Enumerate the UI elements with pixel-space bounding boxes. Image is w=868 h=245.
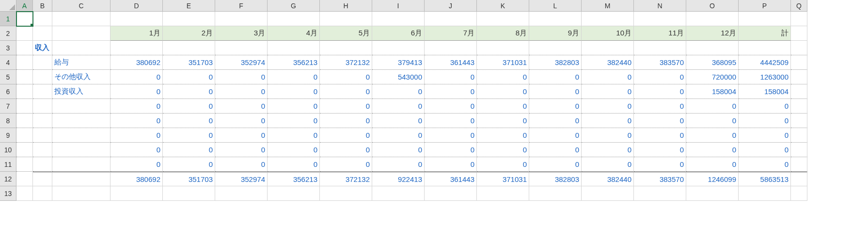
cell-P8[interactable]: 0	[739, 114, 791, 128]
cell-N4[interactable]: 383570	[634, 55, 686, 70]
cell-D4[interactable]: 380692	[110, 55, 163, 70]
cell-M6[interactable]: 0	[582, 84, 634, 99]
cell-F13[interactable]	[215, 186, 268, 201]
cell-J13[interactable]	[425, 186, 477, 201]
cell-I13[interactable]	[372, 186, 425, 201]
cell-D8[interactable]: 0	[110, 114, 163, 128]
cell-K8[interactable]: 0	[477, 114, 529, 128]
cell-K6[interactable]: 0	[477, 84, 529, 99]
cell-I10[interactable]: 0	[372, 143, 425, 157]
cell-P5[interactable]: 1263000	[739, 70, 791, 84]
cell-C8[interactable]	[52, 114, 110, 128]
cell-G7[interactable]: 0	[268, 99, 320, 114]
cell-D12[interactable]: 380692	[110, 172, 163, 186]
row-header-11[interactable]: 11	[0, 157, 16, 172]
cell-H13[interactable]	[320, 186, 372, 201]
cell-Q4[interactable]	[791, 55, 807, 70]
cell-G12[interactable]: 356213	[268, 172, 320, 186]
cell-O13[interactable]	[686, 186, 739, 201]
cell-L3[interactable]	[529, 41, 582, 55]
cell-C11[interactable]	[52, 157, 110, 172]
row-header-10[interactable]: 10	[0, 143, 16, 157]
cell-G3[interactable]	[268, 41, 320, 55]
cell-Q3[interactable]	[791, 41, 807, 55]
row-header-8[interactable]: 8	[0, 114, 16, 128]
cell-F6[interactable]: 0	[215, 84, 268, 99]
cell-N9[interactable]: 0	[634, 128, 686, 143]
cell-O3[interactable]	[686, 41, 739, 55]
cell-G8[interactable]: 0	[268, 114, 320, 128]
cell-N10[interactable]: 0	[634, 143, 686, 157]
cell-D11[interactable]: 0	[110, 157, 163, 172]
cell-N1[interactable]	[634, 12, 686, 26]
cell-F7[interactable]: 0	[215, 99, 268, 114]
cell-H6[interactable]: 0	[320, 84, 372, 99]
cell-J2[interactable]: 7月	[425, 26, 477, 41]
cell-C12[interactable]	[52, 172, 110, 186]
cell-D7[interactable]: 0	[110, 99, 163, 114]
cell-J3[interactable]	[425, 41, 477, 55]
row-header-13[interactable]: 13	[0, 186, 16, 201]
cell-K7[interactable]: 0	[477, 99, 529, 114]
cell-F10[interactable]: 0	[215, 143, 268, 157]
cell-C5[interactable]: その他収入	[52, 70, 110, 84]
cell-M4[interactable]: 382440	[582, 55, 634, 70]
cell-A6[interactable]	[16, 84, 33, 99]
cell-N8[interactable]: 0	[634, 114, 686, 128]
cell-D1[interactable]	[110, 12, 163, 26]
cell-K9[interactable]: 0	[477, 128, 529, 143]
col-header-J[interactable]: J	[425, 0, 477, 12]
select-all-corner[interactable]	[0, 0, 16, 12]
cell-E8[interactable]: 0	[163, 114, 215, 128]
cell-I6[interactable]: 0	[372, 84, 425, 99]
cell-H10[interactable]: 0	[320, 143, 372, 157]
cell-L9[interactable]: 0	[529, 128, 582, 143]
cell-O5[interactable]: 720000	[686, 70, 739, 84]
cell-J11[interactable]: 0	[425, 157, 477, 172]
cell-F11[interactable]: 0	[215, 157, 268, 172]
cell-I2[interactable]: 6月	[372, 26, 425, 41]
cell-A10[interactable]	[16, 143, 33, 157]
cell-H12[interactable]: 372132	[320, 172, 372, 186]
cell-C10[interactable]	[52, 143, 110, 157]
cell-M1[interactable]	[582, 12, 634, 26]
cell-L12[interactable]: 382803	[529, 172, 582, 186]
cell-L6[interactable]: 0	[529, 84, 582, 99]
cell-Q1[interactable]	[791, 12, 807, 26]
spreadsheet-grid[interactable]: ABCDEFGHIJKLMNOPQ121月2月3月4月5月6月7月8月9月10月…	[0, 0, 868, 201]
cell-D2[interactable]: 1月	[110, 26, 163, 41]
cell-H5[interactable]: 0	[320, 70, 372, 84]
cell-H3[interactable]	[320, 41, 372, 55]
col-header-B[interactable]: B	[33, 0, 52, 12]
cell-E10[interactable]: 0	[163, 143, 215, 157]
cell-B6[interactable]	[33, 84, 52, 99]
col-header-F[interactable]: F	[215, 0, 268, 12]
cell-H2[interactable]: 5月	[320, 26, 372, 41]
cell-B11[interactable]	[33, 157, 52, 172]
cell-B10[interactable]	[33, 143, 52, 157]
cell-C13[interactable]	[52, 186, 110, 201]
cell-B12[interactable]	[33, 172, 52, 186]
cell-K13[interactable]	[477, 186, 529, 201]
cell-P7[interactable]: 0	[739, 99, 791, 114]
cell-H8[interactable]: 0	[320, 114, 372, 128]
row-header-12[interactable]: 12	[0, 172, 16, 186]
cell-P3[interactable]	[739, 41, 791, 55]
cell-G4[interactable]: 356213	[268, 55, 320, 70]
row-header-2[interactable]: 2	[0, 26, 16, 41]
cell-I8[interactable]: 0	[372, 114, 425, 128]
cell-A12[interactable]	[16, 172, 33, 186]
cell-D10[interactable]: 0	[110, 143, 163, 157]
cell-O6[interactable]: 158004	[686, 84, 739, 99]
cell-N11[interactable]: 0	[634, 157, 686, 172]
cell-O12[interactable]: 1246099	[686, 172, 739, 186]
cell-Q10[interactable]	[791, 143, 807, 157]
cell-A9[interactable]	[16, 128, 33, 143]
cell-L11[interactable]: 0	[529, 157, 582, 172]
cell-F2[interactable]: 3月	[215, 26, 268, 41]
cell-P1[interactable]	[739, 12, 791, 26]
cell-J5[interactable]: 0	[425, 70, 477, 84]
cell-J10[interactable]: 0	[425, 143, 477, 157]
cell-G10[interactable]: 0	[268, 143, 320, 157]
cell-C2[interactable]	[52, 26, 110, 41]
